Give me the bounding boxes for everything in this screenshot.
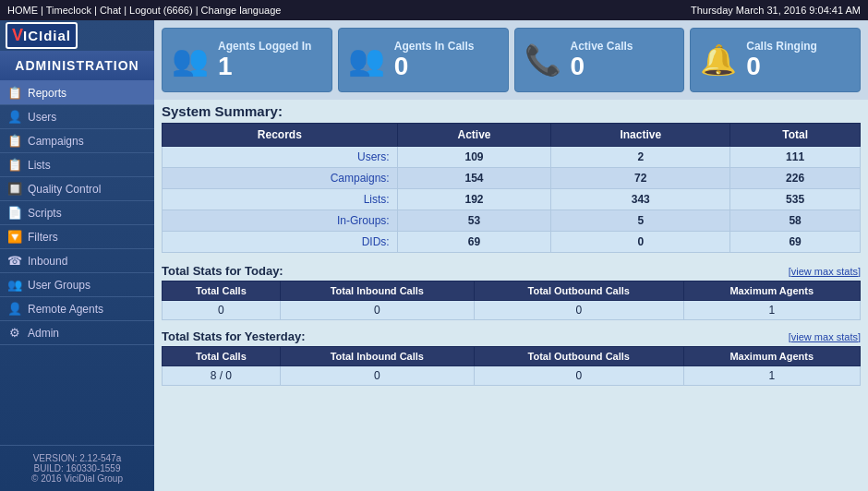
reports-icon: 📋 — [7, 86, 22, 100]
sidebar-title: ADMINISTRATION — [0, 51, 154, 81]
summary-col-active: Active — [397, 124, 551, 147]
summary-row-4-total: 69 — [730, 232, 861, 253]
top-bar: HOME | Timeclock | Chat | Logout (6666) … — [0, 0, 868, 20]
stats-today-title: Total Stats for Today: — [162, 264, 283, 278]
summary-col-inactive: Inactive — [551, 124, 730, 147]
summary-col-records: Records — [163, 124, 398, 147]
summary-row-0-active: 109 — [397, 147, 551, 168]
active-calls-value: 0 — [571, 53, 633, 81]
stats-today-table: Total Calls Total Inbound Calls Total Ou… — [162, 281, 861, 320]
sidebar-item-user-groups-label: User Groups — [28, 279, 90, 292]
summary-row-0-label: Users: — [163, 147, 398, 168]
today-val-2: 0 — [474, 301, 683, 320]
summary-row-2-label: Lists: — [163, 189, 398, 210]
version-line: VERSION: 2.12-547a — [7, 453, 147, 463]
sidebar-item-lists[interactable]: 📋 Lists — [0, 153, 154, 177]
sidebar-item-qc-label: Quality Control — [28, 183, 101, 196]
admin-icon: ⚙ — [7, 326, 22, 340]
sidebar-item-user-groups[interactable]: 👥 User Groups — [0, 273, 154, 297]
sidebar-item-users[interactable]: 👤 Users — [0, 105, 154, 129]
scripts-icon: 📄 — [7, 206, 22, 220]
chat-link[interactable]: Chat — [100, 5, 121, 16]
yesterday-val-0: 8 / 0 — [163, 366, 281, 386]
calls-ringing-icon: 🔔 — [700, 42, 737, 78]
summary-row-1: Campaigns: 154 72 226 — [163, 168, 861, 189]
logout-link[interactable]: Logout (6666) — [129, 5, 193, 16]
yesterday-col-1: Total Inbound Calls — [280, 347, 474, 366]
summary-col-total: Total — [730, 124, 861, 147]
change-language-link[interactable]: Change language — [201, 5, 282, 16]
timeclock-link[interactable]: Timeclock — [46, 5, 91, 16]
summary-row-3-active: 53 — [397, 210, 551, 232]
top-nav[interactable]: HOME | Timeclock | Chat | Logout (6666) … — [7, 5, 281, 16]
active-calls-icon: 📞 — [524, 42, 561, 78]
stats-yesterday-header: Total Stats for Yesterday: [view max sta… — [162, 329, 861, 343]
inbound-icon: ☎ — [7, 254, 22, 268]
sidebar-item-remote-agents[interactable]: 👤 Remote Agents — [0, 297, 154, 321]
today-val-0: 0 — [163, 301, 281, 320]
agents-logged-in-label: Agents Logged In — [218, 40, 311, 53]
build-line: BUILD: 160330-1559 — [7, 463, 147, 473]
agents-logged-in-icon: 👥 — [172, 42, 209, 78]
summary-row-1-active: 154 — [397, 168, 551, 189]
main-content: 👥 Agents Logged In 1 👥 Agents In Calls 0… — [154, 20, 868, 491]
sidebar-item-campaigns[interactable]: 📋 Campaigns — [0, 129, 154, 153]
sidebar-item-users-label: Users — [28, 111, 56, 124]
users-icon: 👤 — [7, 110, 22, 124]
today-col-2: Total Outbound Calls — [474, 281, 683, 301]
lists-icon: 📋 — [7, 158, 22, 172]
sidebar-item-reports-label: Reports — [28, 87, 66, 100]
summary-row-3-total: 58 — [730, 210, 861, 232]
yesterday-val-3: 1 — [683, 366, 860, 386]
sidebar-item-inbound[interactable]: ☎ Inbound — [0, 249, 154, 273]
stats-yesterday-table: Total Calls Total Inbound Calls Total Ou… — [162, 346, 861, 386]
home-link[interactable]: HOME — [7, 5, 38, 16]
today-col-1: Total Inbound Calls — [280, 281, 474, 301]
agents-logged-in-value: 1 — [218, 53, 311, 81]
stats-today: Total Stats for Today: [view max stats] … — [154, 260, 868, 326]
sidebar-footer: VERSION: 2.12-547a BUILD: 160330-1559 © … — [0, 445, 154, 491]
sidebar-item-scripts[interactable]: 📄 Scripts — [0, 201, 154, 225]
sidebar-item-admin-label: Admin — [28, 327, 59, 340]
summary-row-4: DIDs: 69 0 69 — [163, 232, 861, 253]
stats-yesterday-link[interactable]: [view max stats] — [789, 331, 861, 342]
yesterday-val-2: 0 — [474, 366, 683, 386]
agents-in-calls-icon: 👥 — [348, 42, 385, 78]
today-val-3: 1 — [683, 301, 860, 320]
summary-title: System Summary: — [162, 103, 861, 119]
sidebar-item-admin[interactable]: ⚙ Admin — [0, 321, 154, 345]
summary-row-0: Users: 109 2 111 — [163, 147, 861, 168]
stats-today-header: Total Stats for Today: [view max stats] — [162, 264, 861, 278]
stats-yesterday: Total Stats for Yesterday: [view max sta… — [154, 326, 868, 391]
sidebar-item-scripts-label: Scripts — [28, 207, 62, 220]
summary-row-1-total: 226 — [730, 168, 861, 189]
stats-today-row: 0 0 0 1 — [163, 301, 861, 320]
summary-row-2-inactive: 343 — [551, 189, 730, 210]
summary-row-0-total: 111 — [730, 147, 861, 168]
sidebar-item-quality-control[interactable]: 🔲 Quality Control — [0, 177, 154, 201]
summary-row-0-inactive: 2 — [551, 147, 730, 168]
user-groups-icon: 👥 — [7, 278, 22, 292]
qc-icon: 🔲 — [7, 182, 22, 196]
sidebar: V ICIdial ADMINISTRATION 📋 Reports 👤 Use… — [0, 20, 154, 491]
campaigns-icon: 📋 — [7, 134, 22, 148]
today-col-0: Total Calls — [163, 281, 281, 301]
copyright-line: © 2016 ViciDial Group — [7, 473, 147, 484]
summary-tbody: Users: 109 2 111 Campaigns: 154 72 226 L… — [163, 147, 861, 253]
sidebar-item-filters[interactable]: 🔽 Filters — [0, 225, 154, 249]
summary-row-4-active: 69 — [397, 232, 551, 253]
summary-row-4-inactive: 0 — [551, 232, 730, 253]
stat-card-agents-logged-in: 👥 Agents Logged In 1 — [162, 28, 332, 92]
yesterday-val-1: 0 — [280, 366, 474, 386]
summary-section: System Summary: Records Active Inactive … — [154, 100, 868, 260]
agents-in-calls-label: Agents In Calls — [394, 40, 475, 53]
summary-row-2-active: 192 — [397, 189, 551, 210]
calls-ringing-value: 0 — [746, 53, 817, 81]
stats-today-link[interactable]: [view max stats] — [789, 266, 861, 277]
sidebar-item-reports[interactable]: 📋 Reports — [0, 81, 154, 105]
summary-row-3-label: In-Groups: — [163, 210, 398, 232]
summary-row-3: In-Groups: 53 5 58 — [163, 210, 861, 232]
stat-card-calls-ringing: 🔔 Calls Ringing 0 — [690, 28, 861, 92]
yesterday-col-2: Total Outbound Calls — [474, 347, 683, 366]
summary-row-2: Lists: 192 343 535 — [163, 189, 861, 210]
